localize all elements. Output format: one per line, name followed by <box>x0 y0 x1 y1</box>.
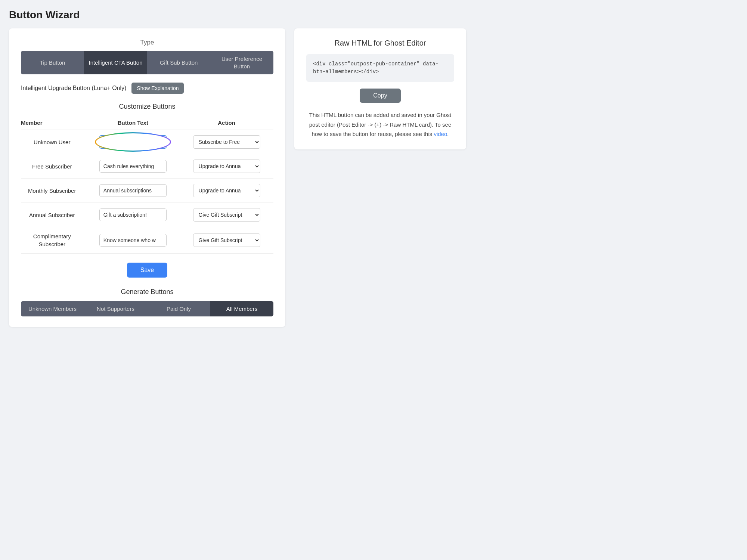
save-section: Save <box>21 263 273 278</box>
member-label-complimentary: Complimentary Subscriber <box>21 227 86 254</box>
generate-tab-not-supporters[interactable]: Not Supporters <box>84 301 147 316</box>
button-text-input-monthly[interactable] <box>99 184 167 197</box>
tab-intelligent-cta[interactable]: Intelligent CTA Button <box>84 51 147 74</box>
description-text: This HTML button can be added and saved … <box>306 110 454 139</box>
button-text-input-annual[interactable] <box>99 208 167 221</box>
generate-title: Generate Buttons <box>21 288 273 296</box>
copy-button[interactable]: Copy <box>360 89 400 103</box>
action-select-complimentary[interactable]: Give Gift Subscript Subscribe to Free Up… <box>193 233 260 247</box>
left-panel: Type Tip Button Intelligent CTA Button G… <box>9 28 285 327</box>
save-button[interactable]: Save <box>127 263 167 278</box>
col-header-button-text: Button Text <box>86 117 180 130</box>
tab-tip-button[interactable]: Tip Button <box>21 51 84 74</box>
col-header-member: Member <box>21 117 86 130</box>
action-select-unknown[interactable]: Subscribe to Free Upgrade to Annual Give… <box>193 135 260 149</box>
table-row: Annual Subscriber Give Gift Subscript Su… <box>21 203 273 227</box>
type-section-label: Type <box>21 39 273 46</box>
table-row: Free Subscriber Upgrade to Annua Subscri… <box>21 154 273 179</box>
button-text-input-free[interactable] <box>99 160 167 173</box>
customize-table: Member Button Text Action Unknown User <box>21 117 273 254</box>
highlighted-input-wrapper <box>99 135 167 149</box>
code-block: <div class="outpost-pub-container" data-… <box>306 54 454 82</box>
main-layout: Type Tip Button Intelligent CTA Button G… <box>9 28 738 327</box>
page-title: Button Wizard <box>9 9 738 21</box>
show-explanation-button[interactable]: Show Explanation <box>131 83 184 94</box>
table-row: Unknown User Subscribe to Free Upgrade t… <box>21 130 273 154</box>
type-tabs: Tip Button Intelligent CTA Button Gift S… <box>21 51 273 74</box>
generate-tab-unknown[interactable]: Unknown Members <box>21 301 84 316</box>
generate-tabs: Unknown Members Not Supporters Paid Only… <box>21 301 273 316</box>
right-panel-title: Raw HTML for Ghost Editor <box>306 39 454 47</box>
button-text-input-unknown[interactable] <box>99 135 167 149</box>
button-text-input-complimentary[interactable] <box>99 234 167 247</box>
copy-button-wrapper: Copy <box>306 89 454 103</box>
table-row: Monthly Subscriber Upgrade to Annua Subs… <box>21 179 273 203</box>
action-select-annual[interactable]: Give Gift Subscript Subscribe to Free Up… <box>193 208 260 222</box>
table-row: Complimentary Subscriber Give Gift Subsc… <box>21 227 273 254</box>
member-label: Annual Subscriber <box>21 203 86 227</box>
customize-title: Customize Buttons <box>21 103 273 111</box>
tab-gift-sub[interactable]: Gift Sub Button <box>147 51 210 74</box>
tab-user-preference[interactable]: User Preference Button <box>210 51 273 74</box>
upgrade-row: Intelligent Upgrade Button (Luna+ Only) … <box>21 83 273 94</box>
video-link[interactable]: video <box>434 131 447 137</box>
action-select-free[interactable]: Upgrade to Annua Subscribe to Free Give … <box>193 160 260 173</box>
col-header-action: Action <box>180 117 273 130</box>
generate-tab-all-members[interactable]: All Members <box>210 301 273 316</box>
action-select-monthly[interactable]: Upgrade to Annua Subscribe to Free Give … <box>193 184 260 197</box>
generate-tab-paid-only[interactable]: Paid Only <box>147 301 210 316</box>
member-label: Monthly Subscriber <box>21 179 86 203</box>
member-label: Free Subscriber <box>21 154 86 179</box>
member-label: Unknown User <box>21 130 86 154</box>
upgrade-label: Intelligent Upgrade Button (Luna+ Only) <box>21 85 126 92</box>
right-panel: Raw HTML for Ghost Editor <div class="ou… <box>294 28 466 149</box>
